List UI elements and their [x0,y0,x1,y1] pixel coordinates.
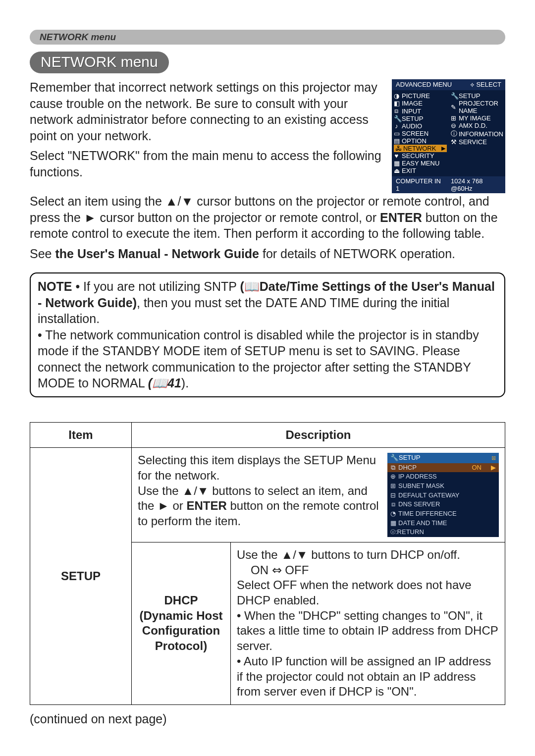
close-icon: ⊠ [491,454,496,461]
header-bar: NETWORK menu [30,30,505,45]
dhcp-description: Use the ▲/▼ buttons to turn DHCP on/off.… [231,542,505,704]
osd-advanced-menu: ADVANCED MENU ⟡ SELECT ◑PICTURE ◧IMAGE ⧈… [392,79,505,193]
table-header-item: Item [30,422,132,448]
continued-note: (continued on next page) [30,712,505,726]
osd-left-column: ◑PICTURE ◧IMAGE ⧈INPUT 🔧SETUP ♪AUDIO ▭SC… [392,90,449,176]
setup-description: 🔧SETUP ⊠ ⧉DHCPON▶ ⊕IP ADDRESS ⊞SUBNET MA… [132,448,505,542]
osd-select-hint: ⟡ SELECT [470,81,501,89]
osd-setup-selected: ⧉DHCPON▶ [387,463,499,473]
description-table: Item Description SETUP 🔧SETUP ⊠ ⧉DHCPON▶… [30,422,505,705]
osd-resolution: 1024 x 768 @60Hz [451,177,501,192]
page-title: NETWORK menu [30,52,169,73]
header-bar-text: NETWORK menu [40,32,116,43]
setup-item: SETUP [30,448,132,705]
intro-paragraph-2: Select "NETWORK" from the main menu to a… [30,148,386,180]
body-paragraph-2: See the User's Manual - Network Guide fo… [30,246,505,262]
intro-paragraph-1: Remember that incorrect network settings… [30,79,386,144]
osd-right-column: 🔧SETUP ✎PROJECTOR NAME ⊞MY IMAGE ⊖AMX D.… [449,90,505,176]
osd-setup-menu: 🔧SETUP ⊠ ⧉DHCPON▶ ⊕IP ADDRESS ⊞SUBNET MA… [387,453,499,537]
body-paragraph-1: Select an item using the ▲/▼ cursor butt… [30,193,505,242]
osd-title: ADVANCED MENU [396,81,452,89]
note-box: NOTE • If you are not utilizing SNTP (📖D… [30,272,505,397]
note-label: NOTE [38,279,72,293]
osd-input-source: COMPUTER IN 1 [396,177,442,192]
table-header-description: Description [132,422,505,448]
dhcp-item: DHCP (Dynamic Host Configuration Protoco… [132,542,231,704]
osd-left-selected: 🖧NETWORK▶ [394,145,447,152]
